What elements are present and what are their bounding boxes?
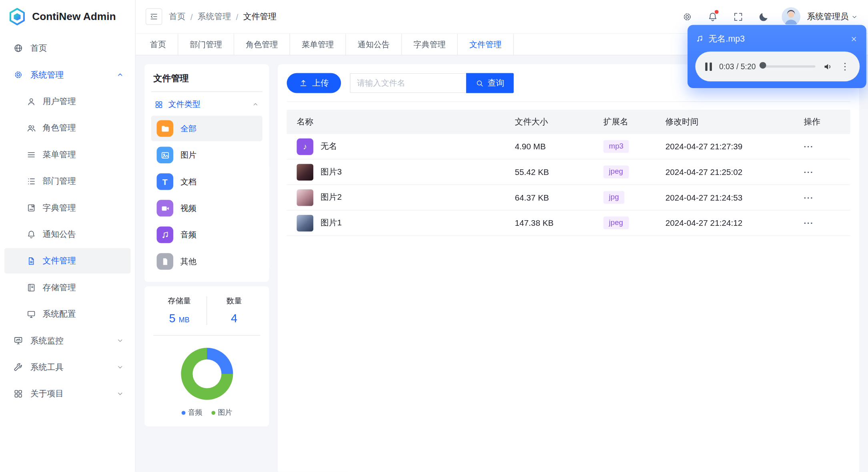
file-type-audio[interactable]: 音频 xyxy=(151,222,263,248)
sidebar-collapse-button[interactable] xyxy=(146,8,162,25)
chevron-down-icon xyxy=(116,390,124,398)
breadcrumb-separator: / xyxy=(190,12,193,22)
audio-seek-slider[interactable] xyxy=(763,65,815,68)
divider xyxy=(153,335,260,335)
app-window: ContiNew Admin 首页 系统管理 用户管理 角色管理 xyxy=(0,0,868,472)
file-name: 图片1 xyxy=(321,218,342,228)
user-menu[interactable]: 系统管理员 xyxy=(807,11,858,22)
chevron-down-icon xyxy=(851,13,858,20)
breadcrumb-home[interactable]: 首页 xyxy=(169,11,185,22)
sidebar-group-system-management[interactable]: 系统管理 xyxy=(4,62,130,88)
settings-button[interactable] xyxy=(678,7,696,26)
table-row[interactable]: ♪ 无名 4.90 MB mp3 2024-04-27 21:27:39 ··· xyxy=(287,134,850,160)
chart-legend: 音频 图片 xyxy=(152,408,261,418)
image-thumbnail xyxy=(297,215,313,231)
notification-dot xyxy=(715,10,719,14)
file-type-all[interactable]: 全部 xyxy=(151,116,263,141)
table-row[interactable]: 图片3 55.42 KB jpeg 2024-04-27 21:25:02 ··… xyxy=(287,159,850,185)
table-row[interactable]: 图片2 64.37 KB jpg 2024-04-27 21:24:53 ··· xyxy=(287,185,850,211)
tab-item[interactable]: 字典管理 xyxy=(402,34,458,55)
chevron-up-icon xyxy=(116,71,124,78)
sidebar-item-file-mgmt[interactable]: 文件管理 xyxy=(4,248,130,274)
file-time: 2024-04-27 21:27:39 xyxy=(657,142,795,151)
sidebar-group-system-tools[interactable]: 系统工具 xyxy=(4,354,130,380)
upload-button[interactable]: 上传 xyxy=(287,73,341,93)
volume-button[interactable] xyxy=(823,61,833,72)
app-logo-icon xyxy=(8,7,26,26)
monitor-icon xyxy=(13,335,23,345)
file-type-image[interactable]: 图片 xyxy=(151,143,263,168)
sidebar-nav: 首页 系统管理 用户管理 角色管理 菜单管理 部门管理 xyxy=(0,33,135,408)
chevron-up-icon xyxy=(252,101,259,108)
bell-icon xyxy=(26,229,36,239)
sidebar: ContiNew Admin 首页 系统管理 用户管理 角色管理 xyxy=(0,0,136,472)
table-row[interactable]: 图片1 147.38 KB jpeg 2024-04-27 21:24:12 ·… xyxy=(287,211,850,236)
storage-icon xyxy=(26,283,36,292)
kebab-menu-button[interactable]: ⋮ xyxy=(840,62,850,71)
panel-title: 文件管理 xyxy=(151,72,263,92)
user-icon xyxy=(26,96,36,106)
menu-lines-icon xyxy=(26,150,36,159)
file-name: 无名 xyxy=(321,141,337,152)
audio-title: 无名.mp3 xyxy=(709,33,745,44)
search-input[interactable] xyxy=(350,73,466,93)
file-size: 55.42 KB xyxy=(506,167,594,177)
pause-button[interactable] xyxy=(705,62,712,71)
chevron-down-icon xyxy=(116,337,124,344)
tab-item[interactable]: 通知公告 xyxy=(346,34,402,55)
fullscreen-button[interactable] xyxy=(728,7,747,26)
sidebar-group-about-project[interactable]: 关于项目 xyxy=(4,381,130,407)
tab-item-active[interactable]: 文件管理 xyxy=(458,34,514,55)
legend-dot-image xyxy=(211,411,215,415)
file-type-video[interactable]: 视频 xyxy=(151,195,263,221)
col-actions: 操作 xyxy=(795,116,849,127)
speaker-icon xyxy=(823,61,833,72)
close-button[interactable] xyxy=(848,33,860,45)
sidebar-item-role-mgmt[interactable]: 角色管理 xyxy=(4,115,130,141)
row-actions-button[interactable]: ··· xyxy=(804,218,814,228)
sidebar-item-storage-mgmt[interactable]: 存储管理 xyxy=(4,275,130,300)
sidebar-group-system-monitor[interactable]: 系统监控 xyxy=(4,328,130,353)
file-name: 图片3 xyxy=(321,167,342,177)
query-button[interactable]: 查询 xyxy=(466,73,514,93)
row-actions-button[interactable]: ··· xyxy=(804,142,814,151)
sidebar-item-dict-mgmt[interactable]: 字典管理 xyxy=(4,195,130,221)
tab-item[interactable]: 首页 xyxy=(138,34,178,55)
sidebar-item-user-mgmt[interactable]: 用户管理 xyxy=(4,88,130,114)
sidebar-item-menu-mgmt[interactable]: 菜单管理 xyxy=(4,142,130,167)
row-actions-button[interactable]: ··· xyxy=(804,193,814,202)
file-table: 名称 文件大小 扩展名 修改时间 操作 ♪ 无名 4.90 MB mp3 20 xyxy=(287,110,850,236)
avatar[interactable] xyxy=(782,7,800,26)
logo-row[interactable]: ContiNew Admin xyxy=(0,0,135,33)
image-icon xyxy=(156,147,173,163)
user-name: 系统管理员 xyxy=(807,11,849,22)
tab-item[interactable]: 角色管理 xyxy=(234,34,290,55)
file-type-other[interactable]: 其他 xyxy=(151,249,263,274)
dictionary-icon xyxy=(26,203,36,213)
sidebar-item-dept-mgmt[interactable]: 部门管理 xyxy=(4,169,130,194)
avatar-image xyxy=(782,7,800,26)
col-time: 修改时间 xyxy=(657,116,795,127)
apps-grid-icon xyxy=(13,389,23,399)
audio-controls: 0:03 / 5:20 ⋮ xyxy=(695,52,860,82)
moon-icon xyxy=(758,11,768,22)
row-actions-button[interactable]: ··· xyxy=(804,167,814,177)
sidebar-item-home[interactable]: 首页 xyxy=(4,36,130,61)
tree-list-icon xyxy=(26,177,36,186)
dark-mode-button[interactable] xyxy=(754,7,773,26)
music-note-icon xyxy=(156,227,173,243)
file-name: 图片2 xyxy=(321,192,342,203)
notifications-button[interactable] xyxy=(703,7,722,26)
tab-item[interactable]: 部门管理 xyxy=(178,34,234,55)
document-icon: T xyxy=(156,173,173,190)
gear-icon xyxy=(682,11,692,22)
file-type-group-header[interactable]: 文件类型 xyxy=(151,92,263,116)
legend-image: 图片 xyxy=(211,408,233,418)
chevron-down-icon xyxy=(116,363,124,371)
sidebar-item-system-config[interactable]: 系统配置 xyxy=(4,301,130,327)
storage-donut xyxy=(181,348,233,400)
sidebar-item-notice[interactable]: 通知公告 xyxy=(4,221,130,247)
file-type-document[interactable]: T 文档 xyxy=(151,169,263,195)
breadcrumb-system[interactable]: 系统管理 xyxy=(198,11,231,22)
tab-item[interactable]: 菜单管理 xyxy=(290,34,346,55)
